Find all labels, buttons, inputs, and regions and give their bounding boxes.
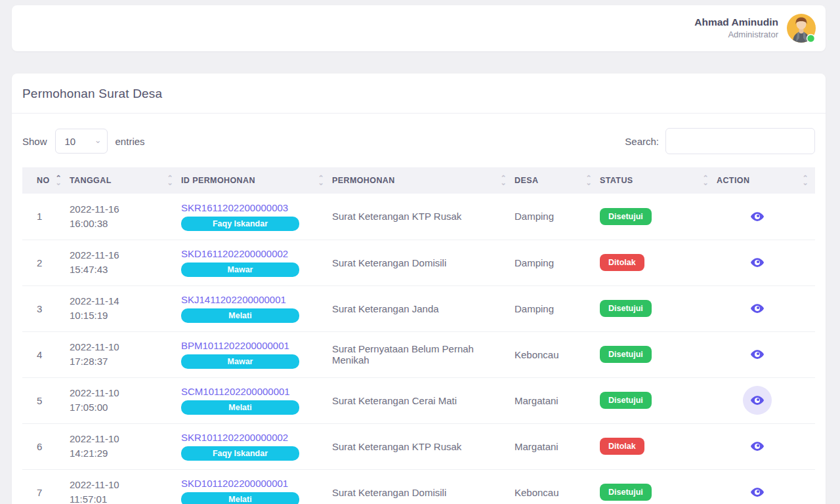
permohonan-id-link[interactable]: SKR1611202200000003 xyxy=(181,202,288,213)
desa-cell: Margatani xyxy=(513,377,598,423)
status-cell: Ditolak xyxy=(598,240,715,285)
eye-icon xyxy=(750,439,765,453)
user-avatar[interactable] xyxy=(786,13,816,43)
action-cell xyxy=(715,240,815,285)
column-header-action[interactable]: ACTION⌃⌄ xyxy=(715,167,815,194)
eye-icon xyxy=(750,347,765,362)
permohonan-cell: Surat Keterangan KTP Rusak xyxy=(331,194,513,240)
column-header-desa[interactable]: DESA⌃⌄ xyxy=(513,167,598,194)
row-number: 7 xyxy=(22,469,68,504)
id-permohonan-cell: SKD1011202200000001 Melati xyxy=(180,469,331,504)
applicant-badge: Mawar xyxy=(181,354,299,369)
applicant-badge: Faqy Iskandar xyxy=(181,446,299,461)
desa-cell: Margatani xyxy=(513,423,598,469)
column-header-label: PERMOHONAN xyxy=(332,176,395,185)
view-action-button[interactable] xyxy=(743,202,772,231)
id-permohonan-cell: SKD1611202200000002 Mawar xyxy=(180,240,331,285)
permohonan-id-link[interactable]: BPM1011202200000001 xyxy=(181,340,289,351)
date-text: 2022-11-16 xyxy=(70,248,175,262)
view-action-button[interactable] xyxy=(743,432,772,461)
online-status-dot xyxy=(807,35,815,43)
permohonan-id-link[interactable]: SKD1011202200000001 xyxy=(181,478,288,489)
time-text: 17:28:37 xyxy=(70,354,175,369)
permohonan-cell: Surat Keterangan Cerai Mati xyxy=(331,377,513,423)
view-action-button[interactable] xyxy=(743,248,772,277)
card-header: Permohonan Surat Desa xyxy=(12,74,826,114)
view-action-button[interactable] xyxy=(743,340,772,369)
time-text: 10:15:19 xyxy=(70,308,175,323)
permohonan-id-link[interactable]: SKJ1411202200000001 xyxy=(181,294,286,305)
column-header-label: ACTION xyxy=(717,176,749,185)
eye-icon xyxy=(750,301,765,316)
column-header-label: NO xyxy=(37,176,50,185)
permohonan-cell: Surat Keterangan Janda xyxy=(331,285,513,331)
status-badge: Disetujui xyxy=(600,208,652,225)
id-permohonan-cell: BPM1011202200000001 Mawar xyxy=(180,331,331,377)
avatar-image xyxy=(786,13,816,43)
eye-icon xyxy=(750,209,765,224)
tanggal-cell: 2022-11-16 15:47:43 xyxy=(68,240,180,285)
table-row: 6 2022-11-10 14:21:29 SKR101120220000000… xyxy=(22,423,815,469)
column-header-permohonan[interactable]: PERMOHONAN⌃⌄ xyxy=(331,167,513,194)
search-input[interactable] xyxy=(665,128,815,154)
user-name: Ahmad Aminudin xyxy=(694,16,778,29)
status-cell: Disetujui xyxy=(598,194,715,240)
date-text: 2022-11-10 xyxy=(70,478,175,492)
column-header-id-permohonan[interactable]: ID PERMOHONAN⌃⌄ xyxy=(180,167,331,194)
date-text: 2022-11-10 xyxy=(70,340,175,354)
column-header-tanggal[interactable]: TANGGAL⌃⌄ xyxy=(68,167,180,194)
date-text: 2022-11-10 xyxy=(70,432,175,446)
page-length-select[interactable]: 10 xyxy=(55,129,108,154)
permohonan-cell: Surat Keterangan Domisili xyxy=(331,240,513,285)
date-text: 2022-11-16 xyxy=(70,202,175,217)
tanggal-cell: 2022-11-10 17:05:00 xyxy=(68,377,180,423)
action-cell xyxy=(715,423,815,469)
id-permohonan-cell: SKR1011202200000002 Faqy Iskandar xyxy=(180,423,331,469)
page-length-select-wrap: 10 ⌄ xyxy=(55,129,108,154)
tanggal-cell: 2022-11-10 11:57:01 xyxy=(68,469,180,504)
status-cell: Disetujui xyxy=(598,469,715,504)
time-text: 14:21:29 xyxy=(70,446,175,461)
show-label: Show xyxy=(22,136,47,147)
table-wrap: NO⌃⌄TANGGAL⌃⌄ID PERMOHONAN⌃⌄PERMOHONAN⌃⌄… xyxy=(12,167,826,504)
action-cell xyxy=(715,194,815,240)
status-badge: Ditolak xyxy=(600,438,644,455)
permohonan-id-link[interactable]: SCM1011202200000001 xyxy=(181,386,290,397)
time-text: 16:00:38 xyxy=(70,217,175,231)
desa-cell: Damping xyxy=(513,194,598,240)
page-length-control: Show 10 ⌄ entries xyxy=(22,129,145,154)
date-text: 2022-11-10 xyxy=(70,386,175,400)
row-number: 2 xyxy=(22,240,68,285)
table-row: 3 2022-11-14 10:15:19 SKJ141120220000000… xyxy=(22,285,815,331)
table-controls: Show 10 ⌄ entries Search: xyxy=(12,114,826,167)
time-text: 15:47:43 xyxy=(70,262,175,277)
table-row: 1 2022-11-16 16:00:38 SKR161120220000000… xyxy=(22,194,815,240)
desa-cell: Keboncau xyxy=(513,331,598,377)
applicant-badge: Melati xyxy=(181,492,299,504)
status-badge: Ditolak xyxy=(600,254,644,271)
desa-cell: Damping xyxy=(513,240,598,285)
permohonan-cell: Surat Pernyataan Belum Pernah Menikah xyxy=(331,331,513,377)
view-action-button[interactable] xyxy=(743,386,772,415)
column-header-label: ID PERMOHONAN xyxy=(181,176,255,185)
column-header-status[interactable]: STATUS⌃⌄ xyxy=(598,167,715,194)
permohonan-card: Permohonan Surat Desa Show 10 ⌄ entries … xyxy=(12,74,826,504)
action-cell xyxy=(715,469,815,504)
view-action-button[interactable] xyxy=(743,294,772,323)
applicant-badge: Melati xyxy=(181,308,299,323)
table-row: 2 2022-11-16 15:47:43 SKD161120220000000… xyxy=(22,240,815,285)
tanggal-cell: 2022-11-10 17:28:37 xyxy=(68,331,180,377)
applicant-badge: Faqy Iskandar xyxy=(181,217,299,231)
date-text: 2022-11-14 xyxy=(70,294,175,308)
desa-cell: Keboncau xyxy=(513,469,598,504)
permohonan-id-link[interactable]: SKD1611202200000002 xyxy=(181,248,288,259)
permohonan-id-link[interactable]: SKR1011202200000002 xyxy=(181,432,288,443)
user-meta: Ahmad Aminudin Administrator xyxy=(694,16,778,41)
column-header-label: TANGGAL xyxy=(70,176,112,185)
column-header-no[interactable]: NO⌃⌄ xyxy=(22,167,68,194)
view-action-button[interactable] xyxy=(743,478,772,504)
status-badge: Disetujui xyxy=(600,300,652,317)
table-row: 5 2022-11-10 17:05:00 SCM101120220000000… xyxy=(22,377,815,423)
row-number: 4 xyxy=(22,331,68,377)
eye-icon xyxy=(750,485,765,499)
